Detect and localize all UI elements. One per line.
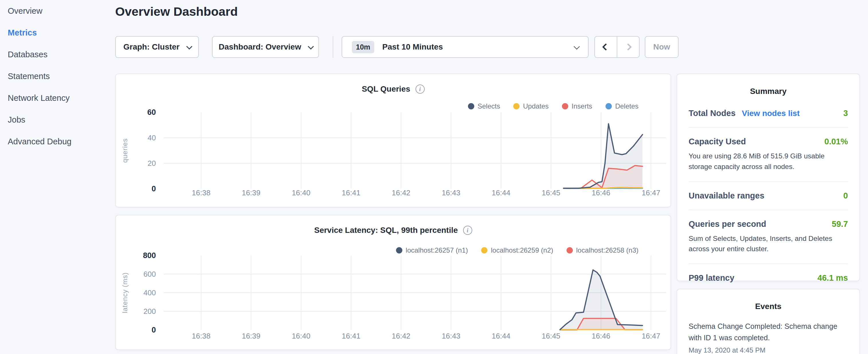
event-item: Schema Change Completed: Schema change w… <box>689 321 848 354</box>
summary-divider <box>689 181 848 182</box>
time-step-buttons <box>594 36 640 58</box>
summary-row-value: 3 <box>843 108 848 118</box>
svg-text:40: 40 <box>148 133 156 142</box>
main-content: Overview Dashboard Graph: Cluster Dashbo… <box>115 0 868 354</box>
svg-text:16:44: 16:44 <box>492 332 510 340</box>
svg-text:16:41: 16:41 <box>342 189 361 197</box>
time-step-forward-button[interactable] <box>617 37 639 57</box>
svg-text:16:38: 16:38 <box>192 332 210 340</box>
info-icon[interactable]: i <box>415 85 425 94</box>
time-step-back-button[interactable] <box>595 37 617 57</box>
time-range-badge: 10m <box>352 41 374 53</box>
sidebar-item-metrics[interactable]: Metrics <box>0 22 115 43</box>
svg-text:16:44: 16:44 <box>492 189 510 197</box>
svg-text:600: 600 <box>144 270 156 279</box>
svg-text:16:40: 16:40 <box>292 189 310 197</box>
svg-text:0: 0 <box>152 326 156 334</box>
svg-text:16:43: 16:43 <box>442 332 460 340</box>
svg-text:16:39: 16:39 <box>242 189 260 197</box>
svg-text:16:41: 16:41 <box>342 332 361 340</box>
sidebar-item-network-latency[interactable]: Network Latency <box>0 87 115 109</box>
summary-row: Total NodesView nodes list3 <box>689 106 848 121</box>
page-title: Overview Dashboard <box>115 5 238 19</box>
chart-title: Service Latency: SQL, 99th percentile <box>314 226 458 235</box>
svg-text:200: 200 <box>144 307 156 316</box>
summary-row: P99 latency46.1 ms <box>689 270 848 286</box>
summary-row-value: 59.7 <box>832 219 848 229</box>
summary-row: Unavailable ranges0 <box>689 188 848 203</box>
svg-text:400: 400 <box>144 288 156 297</box>
events-panel: Events Schema Change Completed: Schema c… <box>677 289 860 354</box>
svg-text:16:47: 16:47 <box>642 332 660 340</box>
summary-row-value: 46.1 ms <box>817 273 848 283</box>
summary-row: Queries per second59.7Sum of Selects, Up… <box>689 217 848 257</box>
svg-text:16:47: 16:47 <box>642 189 660 197</box>
time-range-label: Past 10 Minutes <box>382 42 574 52</box>
summary-divider <box>689 210 848 210</box>
chevron-left-icon <box>602 43 609 51</box>
time-range-selector[interactable]: 10m Past 10 Minutes <box>342 36 589 58</box>
summary-row-label: Total Nodes <box>689 108 736 118</box>
chevron-right-icon <box>624 43 631 51</box>
sidebar-item-jobs[interactable]: Jobs <box>0 109 115 131</box>
svg-text:16:38: 16:38 <box>192 189 210 197</box>
summary-rows: Total NodesView nodes list3Capacity Used… <box>689 106 848 286</box>
dashboard-dropdown[interactable]: Dashboard: Overview <box>212 36 319 58</box>
summary-panel: Summary Total NodesView nodes list3Capac… <box>677 74 860 281</box>
svg-text:latency (ms): latency (ms) <box>121 272 129 313</box>
svg-text:16:46: 16:46 <box>592 189 610 197</box>
svg-text:0: 0 <box>152 185 156 193</box>
summary-row-description: You are using 28.6 MiB of 515.9 GiB usab… <box>689 151 848 172</box>
sidebar: OverviewMetricsDatabasesStatementsNetwor… <box>0 0 115 354</box>
summary-row-label: Unavailable ranges <box>689 191 764 200</box>
svg-text:16:46: 16:46 <box>592 332 610 340</box>
now-button[interactable]: Now <box>645 36 679 58</box>
summary-divider <box>689 263 848 264</box>
svg-text:queries: queries <box>121 138 129 163</box>
svg-text:16:45: 16:45 <box>541 189 560 197</box>
events-title: Events <box>689 302 848 311</box>
event-timestamp: May 13, 2020 at 4:45 PM <box>689 346 848 354</box>
chevron-down-icon <box>186 43 192 49</box>
chevron-down-icon <box>308 43 314 49</box>
dashboard-dropdown-label: Dashboard: Overview <box>219 42 301 52</box>
svg-text:16:45: 16:45 <box>541 332 560 340</box>
chart-title: SQL Queries <box>362 85 410 94</box>
sql-queries-chart-card: SQL Queries i SelectsUpdatesInsertsDelet… <box>115 74 671 207</box>
summary-row: Capacity Used0.01%You are using 28.6 MiB… <box>689 134 848 175</box>
svg-text:16:42: 16:42 <box>392 332 410 340</box>
sql-queries-plot[interactable]: 020406016:3816:3916:4016:4116:4216:4316:… <box>116 108 672 208</box>
controls-divider <box>333 36 333 58</box>
summary-title: Summary <box>689 87 848 96</box>
svg-text:16:42: 16:42 <box>392 189 410 197</box>
sidebar-item-advanced-debug[interactable]: Advanced Debug <box>0 131 115 152</box>
sidebar-item-overview[interactable]: Overview <box>0 0 115 22</box>
events-list: Schema Change Completed: Schema change w… <box>689 321 848 354</box>
graph-dropdown-label: Graph: Cluster <box>123 42 179 52</box>
view-nodes-list-link[interactable]: View nodes list <box>742 109 800 118</box>
summary-row-label: Queries per second <box>689 219 766 229</box>
chevron-down-icon <box>574 43 580 49</box>
svg-text:20: 20 <box>148 159 156 167</box>
summary-divider <box>689 127 848 128</box>
svg-text:16:39: 16:39 <box>242 332 260 340</box>
info-icon[interactable]: i <box>463 226 472 235</box>
graph-dropdown[interactable]: Graph: Cluster <box>115 36 199 58</box>
summary-row-label: P99 latency <box>689 273 735 283</box>
sidebar-item-statements[interactable]: Statements <box>0 65 115 87</box>
event-message: Schema Change Completed: Schema change w… <box>689 321 848 344</box>
svg-text:16:40: 16:40 <box>292 332 310 340</box>
summary-row-description: Sum of Selects, Updates, Inserts, and De… <box>689 233 848 255</box>
service-latency-chart-card: Service Latency: SQL, 99th percentile i … <box>115 215 671 350</box>
service-latency-plot[interactable]: 020040060080016:3816:3916:4016:4116:4216… <box>116 253 672 351</box>
summary-row-label: Capacity Used <box>689 137 746 147</box>
sidebar-item-databases[interactable]: Databases <box>0 43 115 65</box>
summary-row-value: 0 <box>843 191 848 200</box>
svg-text:60: 60 <box>147 108 156 117</box>
svg-text:16:43: 16:43 <box>442 189 460 197</box>
svg-text:800: 800 <box>143 253 156 260</box>
summary-row-value: 0.01% <box>825 137 848 147</box>
